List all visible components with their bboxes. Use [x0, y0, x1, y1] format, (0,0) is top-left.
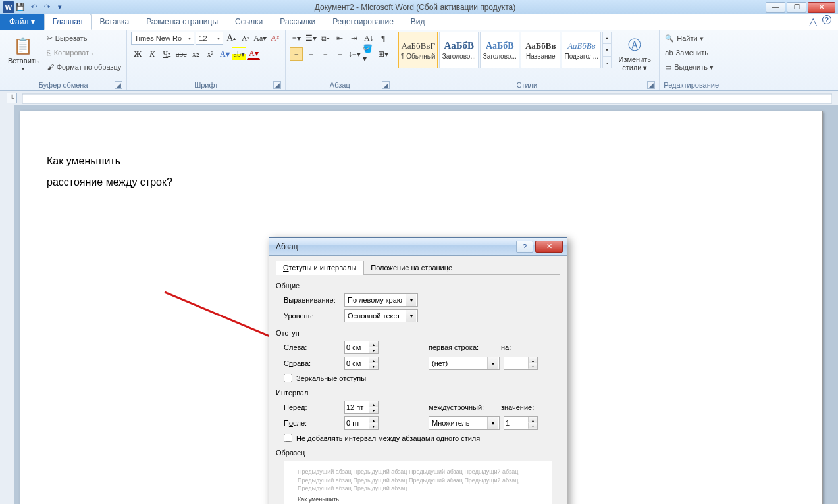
first-line-by-spin[interactable]: ▴▾ — [504, 357, 538, 370]
tab-line-page-breaks[interactable]: Положение на странице — [363, 261, 459, 275]
alignment-label: Выравнивание: — [284, 296, 340, 304]
styles-launcher[interactable]: ◢ — [647, 81, 655, 89]
change-styles-button[interactable]: Ⓐ Изменить стили ▾ — [614, 32, 655, 76]
style-heading1[interactable]: АаБбВЗаголово... — [439, 32, 479, 68]
text-effects-button[interactable]: A▾ — [218, 47, 231, 61]
shrink-font-button[interactable]: A▾ — [239, 32, 252, 45]
preview-box: Предыдущий абзац Предыдущий абзац Предыд… — [284, 461, 552, 504]
line-spacing-combo[interactable]: Множитель▾ — [429, 416, 500, 430]
alignment-combo[interactable]: По левому краю▾ — [344, 293, 418, 307]
spacing-after-spin[interactable]: ▴▾ — [344, 416, 379, 430]
doc-line-1: Как уменьшить — [47, 151, 796, 172]
styles-gallery[interactable]: АаБбВвГ¶ Обычный АаБбВЗаголово... АаБбВЗ… — [398, 32, 612, 68]
group-editing: 🔍Найти ▾ abЗаменить ▭Выделить ▾ Редактир… — [660, 30, 723, 90]
line-spacing-at-spin[interactable]: ▴▾ — [504, 416, 538, 430]
show-marks-button[interactable]: ¶ — [377, 32, 390, 45]
numbering-button[interactable]: ☰▾ — [304, 32, 317, 45]
style-scroll-down[interactable]: ▾ — [603, 43, 611, 55]
save-icon[interactable]: 💾 — [14, 1, 26, 13]
undo-icon[interactable]: ↶ — [28, 1, 39, 13]
at-label: значение: — [501, 403, 540, 411]
tab-review[interactable]: Рецензирование — [324, 14, 402, 30]
legend-indent: Отступ — [276, 329, 560, 337]
tab-home[interactable]: Главная — [44, 14, 92, 30]
format-painter-button[interactable]: 🖌Формат по образцу — [45, 61, 123, 74]
font-size-combo[interactable]: 12▾ — [196, 32, 223, 45]
strike-button[interactable]: abc — [174, 47, 188, 61]
group-font-label: Шрифт — [194, 81, 218, 89]
style-subtitle[interactable]: АаБбВвПодзагол... — [562, 32, 601, 68]
tab-view[interactable]: Вид — [402, 14, 434, 30]
style-title[interactable]: АаБбВвНазвание — [521, 32, 560, 68]
bullets-button[interactable]: ≡▾ — [290, 32, 303, 45]
copy-button[interactable]: ⎘Копировать — [45, 46, 123, 59]
minimize-button[interactable]: — — [766, 2, 785, 13]
increase-indent-button[interactable]: ⇥ — [348, 32, 361, 45]
help-icon[interactable]: ? — [822, 15, 831, 24]
tab-insert[interactable]: Вставка — [92, 14, 138, 30]
grow-font-button[interactable]: A▴ — [224, 32, 238, 45]
cut-button[interactable]: ✂Вырезать — [45, 32, 123, 45]
dont-add-space-checkbox[interactable]: Не добавлять интервал между абзацами одн… — [284, 434, 560, 442]
bold-button[interactable]: Ж — [131, 47, 144, 61]
indent-left-label: Слева: — [284, 343, 340, 351]
paragraph-launcher[interactable]: ◢ — [382, 81, 390, 89]
indent-left-spin[interactable]: ▴▾ — [344, 341, 379, 354]
clipboard-launcher[interactable]: ◢ — [115, 81, 122, 89]
align-center-button[interactable]: ≡ — [304, 47, 317, 61]
superscript-button[interactable]: x² — [203, 47, 217, 61]
highlight-button[interactable]: ab▾ — [232, 47, 246, 61]
dialog-titlebar[interactable]: Абзац ? ✕ — [269, 238, 567, 256]
select-button[interactable]: ▭Выделить ▾ — [664, 61, 715, 74]
clear-formatting-button[interactable]: Aᵡ — [268, 32, 281, 45]
dialog-help-button[interactable]: ? — [516, 241, 533, 253]
find-button[interactable]: 🔍Найти ▾ — [664, 32, 715, 45]
style-more[interactable]: ⌄ — [603, 56, 611, 68]
paste-button[interactable]: 📋 Вставить ▾ — [4, 32, 43, 76]
redo-icon[interactable]: ↷ — [41, 1, 53, 13]
outline-level-combo[interactable]: Основной текст▾ — [344, 309, 418, 322]
font-color-button[interactable]: A▾ — [247, 49, 260, 60]
group-clipboard: 📋 Вставить ▾ ✂Вырезать ⎘Копировать 🖌Форм… — [0, 30, 127, 90]
tab-file[interactable]: Файл ▾ — [0, 14, 44, 30]
spacing-before-spin[interactable]: ▴▾ — [344, 401, 379, 414]
tab-references[interactable]: Ссылки — [226, 14, 271, 30]
underline-button[interactable]: Ч▾ — [160, 47, 173, 61]
minimize-ribbon-icon[interactable]: △ — [809, 15, 817, 28]
close-button[interactable]: ✕ — [808, 2, 835, 13]
change-case-button[interactable]: Aa▾ — [253, 32, 267, 45]
italic-button[interactable]: К — [145, 47, 159, 61]
qat-customize-icon[interactable]: ▾ — [54, 1, 66, 13]
align-right-button[interactable]: ≡ — [319, 47, 332, 61]
mirror-indents-checkbox[interactable]: Зеркальные отступы — [284, 374, 560, 382]
font-launcher[interactable]: ◢ — [273, 81, 281, 89]
sort-button[interactable]: A↓ — [362, 32, 375, 45]
style-normal[interactable]: АаБбВвГ¶ Обычный — [398, 32, 438, 68]
scissors-icon: ✂ — [47, 34, 53, 43]
font-name-combo[interactable]: Times New Ro▾ — [131, 32, 194, 45]
multilevel-button[interactable]: ⧉▾ — [319, 32, 332, 45]
style-scroll-up[interactable]: ▴ — [603, 32, 611, 43]
align-left-button[interactable]: ≡ — [290, 47, 303, 61]
maximize-button[interactable]: ❐ — [787, 2, 806, 13]
horizontal-ruler[interactable]: └ — [0, 91, 838, 105]
line-spacing-button[interactable]: ↕≡▾ — [348, 47, 361, 61]
first-line-combo[interactable]: (нет)▾ — [429, 357, 500, 370]
borders-button[interactable]: ⊞▾ — [377, 47, 390, 61]
dialog-close-button[interactable]: ✕ — [535, 241, 563, 253]
vertical-ruler[interactable] — [0, 105, 14, 504]
section-indent: Отступ Слева: ▴▾ первая строка: на: Спра… — [276, 329, 560, 382]
tab-indents-spacing[interactable]: Отступы и интервалы — [276, 261, 363, 275]
style-heading2[interactable]: АаБбВЗаголово... — [480, 32, 519, 68]
subscript-button[interactable]: x₂ — [189, 47, 202, 61]
document-area: Как уменьшить расстояние между строк? Аб… — [0, 105, 838, 504]
group-para-label: Абзац — [330, 81, 350, 89]
tab-mailings[interactable]: Рассылки — [271, 14, 324, 30]
shading-button[interactable]: 🪣▾ — [362, 47, 375, 61]
replace-button[interactable]: abЗаменить — [664, 46, 715, 59]
tab-page-layout[interactable]: Разметка страницы — [138, 14, 226, 30]
justify-button[interactable]: ≡ — [333, 47, 346, 61]
decrease-indent-button[interactable]: ⇤ — [333, 32, 346, 45]
tab-selector[interactable]: └ — [7, 93, 17, 103]
indent-right-spin[interactable]: ▴▾ — [344, 357, 379, 370]
